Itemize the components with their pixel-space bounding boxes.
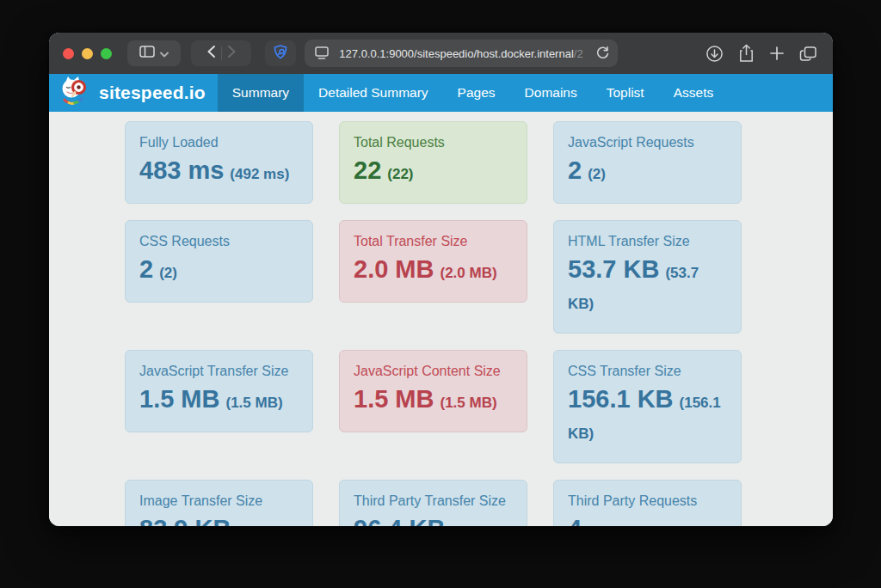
metric-card: Fully Loaded 483 ms(492 ms) (125, 121, 313, 204)
metric-value-paren: (1.5 MB) (225, 395, 282, 411)
metric-label: JavaScript Transfer Size (139, 362, 299, 381)
metric-value-main: 96.4 KB (354, 515, 445, 526)
nav-tab[interactable]: Toplist (592, 74, 659, 112)
browser-toolbar: 127.0.0.1:9000/sitespeedio/host.docker.i… (49, 33, 833, 74)
metric-value: 2.0 MB(2.0 MB) (354, 254, 513, 289)
history-nav-group (191, 40, 251, 66)
brand[interactable]: sitespeed.io (49, 74, 218, 112)
metric-value-main: 156.1 KB (568, 385, 674, 413)
metric-label: JavaScript Requests (568, 133, 727, 152)
metric-value-main: 1.5 MB (139, 385, 219, 413)
close-window-button[interactable] (63, 48, 74, 59)
shield-extension-icon (272, 44, 289, 64)
metric-card: HTML Transfer Size 53.7 KB(53.7 KB) (553, 220, 742, 334)
minimize-window-button[interactable] (82, 48, 93, 59)
metric-value: 2(2) (139, 254, 299, 289)
metric-card: JavaScript Transfer Size 1.5 MB(1.5 MB) (125, 350, 313, 432)
nav-tab[interactable]: Assets (659, 74, 729, 112)
nav-tabs: Summary Detailed Summary Pages Domains T… (218, 74, 728, 112)
metric-value-paren: (2) (159, 265, 177, 281)
metric-label: CSS Requests (139, 232, 299, 251)
metric-value: 483 ms(492 ms) (139, 155, 299, 190)
metric-value: 4(4) (568, 513, 727, 526)
downloads-icon[interactable] (705, 45, 724, 63)
metric-label: HTML Transfer Size (568, 232, 727, 251)
metric-value-paren: (2) (588, 166, 606, 182)
metric-label: CSS Transfer Size (568, 362, 727, 381)
metric-value-main: 22 (354, 156, 381, 184)
address-bar[interactable]: 127.0.0.1:9000/sitespeedio/host.docker.i… (305, 40, 618, 67)
divider (221, 46, 222, 60)
metric-card: CSS Transfer Size 156.1 KB(156.1 KB) (553, 350, 742, 463)
page-content: Fully Loaded 483 ms(492 ms) Total Reques… (49, 112, 833, 526)
nav-tab[interactable]: Pages (443, 74, 510, 112)
sidebar-icon (139, 46, 155, 61)
metric-value: 2(2) (568, 155, 727, 190)
metric-value-main: 483 ms (139, 156, 224, 184)
new-tab-icon[interactable] (769, 46, 785, 61)
metric-value: 96.4 KB(96.4 KB) (354, 513, 513, 526)
metric-value: 53.7 KB(53.7 KB) (568, 254, 727, 320)
metric-label: Third Party Requests (568, 492, 727, 511)
metric-card: JavaScript Content Size 1.5 MB(1.5 MB) (339, 350, 527, 432)
metric-card: Third Party Transfer Size 96.4 KB(96.4 K… (339, 480, 527, 526)
reload-icon[interactable] (595, 46, 610, 64)
metric-value-paren: (22) (387, 166, 413, 182)
metric-card: Total Transfer Size 2.0 MB(2.0 MB) (339, 220, 527, 303)
share-icon[interactable] (738, 44, 755, 63)
metric-value-main: 1.5 MB (354, 385, 434, 413)
nav-tab[interactable]: Detailed Summary (304, 74, 443, 112)
website-settings-icon[interactable] (314, 46, 330, 64)
metric-value: 156.1 KB(156.1 KB) (568, 383, 727, 450)
metric-card: Image Transfer Size 83.9 KB(83.9 KB) (125, 480, 313, 526)
metric-value-paren: (2.0 MB) (440, 265, 496, 281)
nav-tab[interactable]: Summary (218, 74, 304, 112)
sitespeed-cat-logo-icon (59, 76, 92, 110)
metric-value-main: 83.9 KB (139, 515, 231, 526)
metric-value-main: 2 (568, 156, 582, 184)
metric-card: Total Requests 22(22) (339, 121, 527, 204)
metric-label: Third Party Transfer Size (354, 492, 513, 511)
toolbar-right-actions (705, 44, 821, 63)
tab-overview-icon[interactable] (799, 46, 817, 62)
metric-value-main: 2 (139, 255, 153, 283)
metric-value: 22(22) (354, 155, 513, 190)
metric-card: JavaScript Requests 2(2) (553, 121, 742, 204)
metric-value: 1.5 MB(1.5 MB) (354, 383, 513, 419)
back-button[interactable] (206, 45, 216, 62)
nav-tab[interactable]: Domains (510, 74, 592, 112)
sidebar-toggle-button[interactable] (127, 40, 181, 66)
metric-value-main: 4 (568, 515, 582, 526)
brand-name: sitespeed.io (99, 83, 206, 103)
chevron-down-icon (160, 46, 169, 61)
metric-value-paren: (492 ms) (230, 166, 289, 182)
metric-value: 1.5 MB(1.5 MB) (139, 383, 299, 419)
metric-label: Image Transfer Size (139, 492, 299, 511)
metric-value-paren: (4) (588, 524, 606, 526)
forward-button[interactable] (227, 45, 237, 62)
metric-label: Fully Loaded (139, 133, 299, 152)
zoom-window-button[interactable] (101, 48, 112, 59)
extension-button[interactable] (265, 40, 296, 66)
browser-window: 127.0.0.1:9000/sitespeedio/host.docker.i… (49, 33, 833, 526)
metric-label: JavaScript Content Size (354, 362, 513, 381)
metric-label: Total Transfer Size (354, 232, 513, 251)
traffic-lights (63, 48, 112, 59)
metric-value-paren: (1.5 MB) (440, 395, 496, 411)
metric-card-grid: Fully Loaded 483 ms(492 ms) Total Reques… (125, 121, 833, 526)
metric-value: 83.9 KB(83.9 KB) (139, 513, 299, 526)
metric-value-main: 2.0 MB (354, 255, 434, 283)
site-nav: sitespeed.io Summary Detailed Summary Pa… (49, 74, 833, 112)
metric-label: Total Requests (354, 133, 513, 152)
metric-value-main: 53.7 KB (568, 255, 659, 283)
metric-card: CSS Requests 2(2) (125, 220, 313, 303)
url-text: 127.0.0.1:9000/sitespeedio/host.docker.i… (305, 47, 618, 60)
metric-card: Third Party Requests 4(4) (553, 480, 742, 526)
